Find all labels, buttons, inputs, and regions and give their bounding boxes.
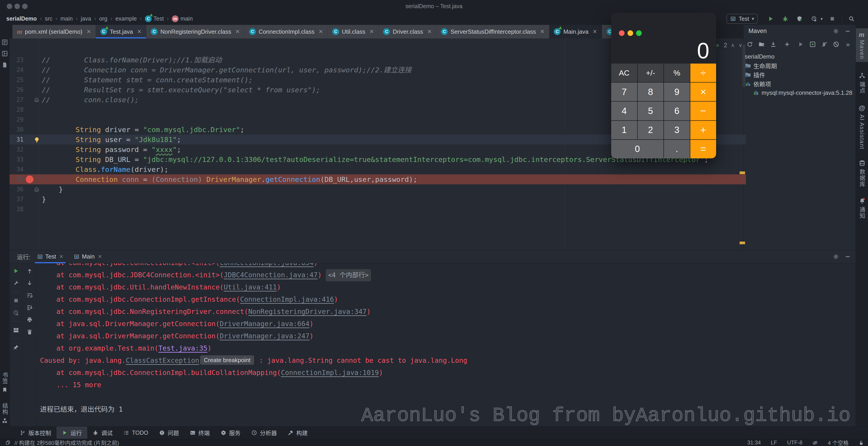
hide-panel-icon[interactable] [845,254,850,260]
profiler-button[interactable] [809,14,819,24]
file-tool-button[interactable] [0,59,10,69]
stack-frame-link[interactable]: ConnectionImpl.java:834 [220,263,313,267]
calc-key-.[interactable]: . [664,140,690,158]
run-tab[interactable]: Test✕ [33,250,67,263]
run-button[interactable] [766,14,776,24]
database-tool-button[interactable]: 数据库 [858,160,866,187]
down-stacktrace-button[interactable] [25,278,35,288]
breadcrumb-item[interactable]: java [81,16,91,22]
run-task-button[interactable] [796,39,806,49]
line-number[interactable]: 38 [9,204,24,214]
soft-wrap-button[interactable] [25,290,35,300]
maven-tree-item[interactable]: 插件 [743,70,856,79]
calc-key-8[interactable]: 8 [638,83,664,101]
next-problem-icon[interactable]: ∨ [739,42,743,49]
run-tool-button[interactable]: 运行 [57,426,87,439]
maven-tree-item[interactable]: serialDemo [743,52,856,61]
calc-key-−[interactable]: − [690,101,716,120]
stack-frame-link[interactable]: NonRegisteringDriver.java:347 [248,307,367,316]
line-number[interactable]: 31 [9,135,24,145]
endpoints-tool-button[interactable]: 端点 [858,72,866,94]
services-tool-button[interactable]: 服务 [215,426,246,439]
calc-key-4[interactable]: 4 [611,101,637,120]
editor-tab[interactable]: CNonRegisteringDriver.class✕ [146,25,245,38]
gear-icon[interactable] [833,254,839,260]
line-number[interactable]: 24 [9,65,24,75]
stack-frame-link[interactable]: DriverManager.java:247 [220,332,309,340]
profiler-tool-button[interactable]: 分析器 [246,426,282,439]
highlighting-level[interactable] [812,440,818,446]
meetings-icon[interactable] [5,440,10,445]
editor-tab[interactable]: CUtil.class✕ [328,25,379,38]
close-tab-icon[interactable]: ✕ [318,29,323,35]
warning-stripe-mark[interactable] [740,242,745,244]
line-number[interactable]: 26 [9,85,24,95]
search-everywhere-button[interactable] [846,14,857,24]
run-configuration-select[interactable]: Test ▾ [726,14,758,24]
calc-key-9[interactable]: 9 [664,83,690,101]
editor-tab[interactable]: mpom.xml (serialDemo)✕ [12,25,96,38]
close-window-icon[interactable] [619,30,625,36]
commit-tool-button[interactable] [0,48,10,58]
download-sources-button[interactable] [768,39,778,49]
terminal-tool-button[interactable]: 终端 [184,426,215,439]
add-maven-project-button[interactable] [782,39,792,49]
calc-key-=[interactable]: = [690,140,716,158]
calc-key-0[interactable]: 0 [611,140,663,158]
line-number[interactable]: 25 [9,75,24,85]
coverage-button[interactable] [795,14,805,24]
close-tab-icon[interactable]: ✕ [369,29,374,35]
generate-sources-button[interactable] [756,39,767,49]
execute-goal-button[interactable] [808,39,817,49]
breadcrumb-item[interactable]: example [116,16,137,22]
zoom-window-icon[interactable] [636,30,642,36]
editor-line[interactable]: 34 Class.forName(driver); [9,165,746,174]
line-separator[interactable]: LF [771,440,777,446]
breadcrumb-item[interactable]: mmain [172,16,193,22]
editor-scrollbar[interactable] [742,44,745,87]
line-number[interactable]: 23 [9,55,24,65]
project-tool-button[interactable] [0,37,10,47]
line-number[interactable]: 34 [9,165,24,174]
restore-layout-button[interactable] [11,325,21,335]
reimport-button[interactable] [745,39,755,49]
structure-tool-button[interactable]: 结构 [1,403,9,424]
calc-key-1[interactable]: 1 [611,121,637,139]
chevron-down-icon[interactable]: ▾ [820,16,823,22]
intention-bulb-icon[interactable] [33,137,40,143]
line-number[interactable]: 32 [9,145,24,154]
skip-tests-button[interactable] [819,39,829,49]
breadcrumb-item[interactable]: main [60,16,72,22]
run-tab[interactable]: Main✕ [70,250,105,263]
close-tab-icon[interactable]: ✕ [98,254,102,260]
breadcrumb-item[interactable]: org [99,16,107,22]
breadcrumb-item[interactable]: src [45,16,52,22]
breadcrumb-item[interactable]: serialDemo [6,16,37,22]
create-breakpoint-chip[interactable]: Create breakpoint [200,355,254,365]
stack-frame-link[interactable]: Test.java:35 [158,344,208,352]
calc-key-+[interactable]: + [690,121,716,139]
clear-all-button[interactable] [25,327,35,337]
more-button[interactable]: » [843,39,853,49]
version-control-tool-button[interactable]: 版本控制 [14,426,57,439]
breadcrumb-item[interactable]: CTest [145,16,164,22]
stack-frame-link[interactable]: DriverManager.java:664 [220,320,309,328]
scroll-to-end-button[interactable] [25,303,35,313]
stack-frame-link[interactable]: ConnectionImpl.java:416 [240,295,334,303]
gear-icon[interactable] [833,28,839,34]
calc-key-6[interactable]: 6 [664,101,690,120]
editor-line[interactable]: 36 } [9,184,746,194]
calc-key-%[interactable]: % [664,64,690,82]
stop-process-button[interactable] [11,296,21,305]
editor-line[interactable]: 37} [9,194,746,204]
calculator-title-bar[interactable] [611,13,716,26]
maven-tree-item[interactable]: 生命周期 [743,61,856,70]
maven-tree-item[interactable]: 依赖项 [743,79,856,88]
line-number[interactable]: 36 [9,184,24,194]
ai-assistant-tool-button[interactable]: @AI Assistant [859,104,865,149]
print-button[interactable] [25,315,35,325]
debug-tool-button[interactable]: 调试 [87,426,118,439]
debug-button[interactable] [780,14,790,24]
problems-tool-button[interactable]: 问题 [154,426,184,439]
editor-tab[interactable]: CDriver.class✕ [379,25,436,38]
